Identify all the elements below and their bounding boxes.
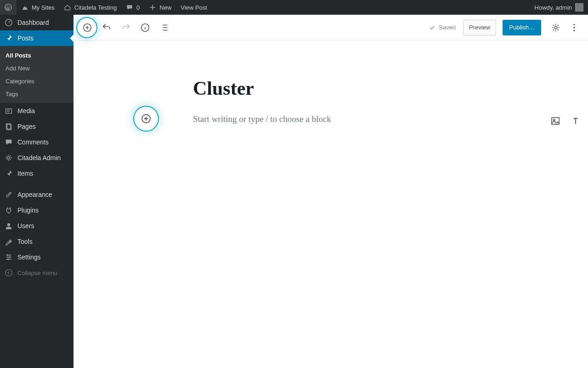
- site-name-label: Citadela Testing: [74, 4, 117, 11]
- wp-logo[interactable]: [0, 0, 17, 15]
- comments-count: 0: [136, 4, 140, 11]
- heading-icon: [571, 116, 581, 126]
- posts-label: Posts: [17, 34, 34, 42]
- howdy-label: Howdy, admin: [535, 4, 572, 11]
- menu-settings[interactable]: Settings: [0, 249, 74, 265]
- avatar: [575, 3, 583, 12]
- redo-button[interactable]: [118, 19, 134, 36]
- comment-icon: [126, 4, 133, 11]
- dashboard-label: Dashboard: [17, 19, 49, 26]
- user-icon: [5, 222, 13, 230]
- menu-users[interactable]: Users: [0, 218, 74, 234]
- check-icon: [429, 24, 436, 31]
- saved-indicator: Saved: [424, 24, 460, 31]
- menu-citadela-admin[interactable]: Citadela Admin: [0, 150, 74, 166]
- adminbar: My Sites Citadela Testing 0 New View Pos…: [0, 0, 588, 15]
- comments-icon: [5, 138, 13, 146]
- outline-button[interactable]: [156, 19, 173, 36]
- brush-icon: [5, 190, 13, 199]
- redo-icon: [121, 23, 131, 33]
- plus-icon: [149, 4, 156, 11]
- posts-submenu: All Posts Add New Categories Tags: [0, 46, 74, 103]
- view-post-link[interactable]: View Post: [176, 0, 212, 15]
- svg-rect-19: [552, 118, 560, 125]
- comments-link[interactable]: 0: [121, 0, 144, 15]
- admin-sidebar: Dashboard Posts All Posts Add New Catego…: [0, 15, 74, 368]
- home-icon: [64, 4, 71, 11]
- sliders-icon: [5, 253, 13, 261]
- editor-toolbar: Saved Preview Publish…: [74, 15, 588, 40]
- menu-posts[interactable]: Posts: [0, 30, 74, 46]
- inline-add-block-button[interactable]: [138, 110, 154, 127]
- collapse-icon: [5, 269, 13, 277]
- more-options-button[interactable]: [566, 19, 582, 36]
- block-placeholder[interactable]: Start writing or type / to choose a bloc…: [193, 114, 331, 124]
- add-block-button[interactable]: [79, 19, 96, 36]
- view-post-label: View Post: [181, 4, 207, 11]
- quick-insert-image[interactable]: [549, 115, 561, 127]
- gear-icon: [5, 154, 13, 162]
- svg-rect-2: [6, 109, 12, 114]
- undo-button[interactable]: [98, 19, 115, 36]
- new-label: New: [159, 4, 171, 11]
- publish-button[interactable]: Publish…: [503, 20, 541, 35]
- svg-point-11: [6, 270, 12, 276]
- post-title[interactable]: Cluster: [184, 77, 478, 99]
- submenu-all-posts[interactable]: All Posts: [0, 49, 74, 62]
- my-sites[interactable]: My Sites: [17, 0, 59, 15]
- quick-insert-heading[interactable]: [570, 115, 582, 127]
- menu-dashboard[interactable]: Dashboard: [0, 15, 74, 30]
- multisite-icon: [21, 4, 28, 11]
- more-vertical-icon: [569, 23, 579, 33]
- svg-point-6: [7, 156, 10, 159]
- block-editor: Saved Preview Publish… Cluster: [74, 15, 588, 368]
- my-sites-label: My Sites: [32, 4, 55, 11]
- plus-circle-icon: [82, 23, 92, 33]
- wrench-icon: [5, 237, 13, 246]
- pages-icon: [5, 122, 13, 131]
- media-icon: [5, 107, 13, 115]
- menu-pages[interactable]: Pages: [0, 119, 74, 134]
- dashboard-icon: [5, 18, 13, 27]
- gear-icon: [551, 23, 561, 33]
- menu-plugins[interactable]: Plugins: [0, 202, 74, 218]
- site-link[interactable]: Citadela Testing: [59, 0, 121, 15]
- svg-point-16: [573, 27, 575, 28]
- collapse-menu[interactable]: Collapse menu: [0, 265, 74, 281]
- new-link[interactable]: New: [144, 0, 176, 15]
- pin-icon: [5, 169, 13, 178]
- image-icon: [550, 116, 560, 126]
- undo-icon: [102, 23, 112, 33]
- editor-canvas[interactable]: Cluster Start writing or type / to choos…: [74, 40, 588, 368]
- svg-point-15: [573, 23, 575, 25]
- pin-icon: [5, 34, 13, 42]
- svg-point-10: [7, 259, 9, 260]
- submenu-categories[interactable]: Categories: [0, 75, 74, 87]
- menu-tools[interactable]: Tools: [0, 234, 74, 249]
- info-icon: [140, 23, 150, 33]
- svg-point-17: [573, 29, 575, 31]
- menu-media[interactable]: Media: [0, 103, 74, 119]
- submenu-add-new[interactable]: Add New: [0, 62, 74, 75]
- menu-appearance[interactable]: Appearance: [0, 187, 74, 202]
- list-icon: [159, 23, 170, 33]
- svg-point-7: [7, 223, 10, 226]
- svg-point-8: [7, 254, 8, 256]
- svg-point-3: [7, 110, 10, 112]
- menu-items[interactable]: Items: [0, 166, 74, 181]
- settings-button[interactable]: [548, 19, 564, 36]
- plus-circle-icon: [141, 113, 152, 124]
- svg-point-14: [554, 26, 557, 29]
- menu-comments[interactable]: Comments: [0, 134, 74, 150]
- svg-point-9: [9, 256, 11, 258]
- wordpress-icon: [5, 4, 12, 11]
- content-info-button[interactable]: [137, 19, 153, 36]
- preview-button[interactable]: Preview: [463, 20, 496, 35]
- account-link[interactable]: Howdy, admin: [530, 0, 588, 15]
- submenu-tags[interactable]: Tags: [0, 87, 74, 100]
- plug-icon: [5, 206, 13, 214]
